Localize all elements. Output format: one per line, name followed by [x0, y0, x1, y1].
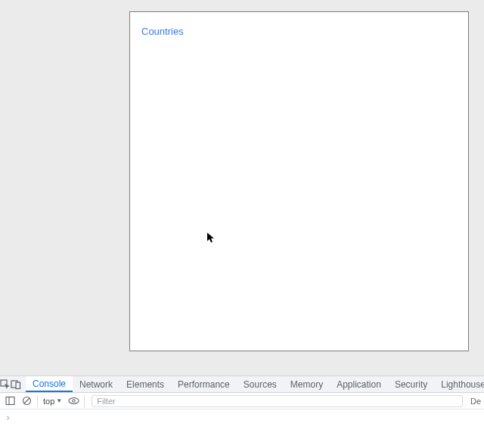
tab-performance[interactable]: Performance: [171, 376, 237, 392]
devtools-panel: Console Network Elements Performance Sou…: [0, 375, 484, 448]
svg-line-6: [24, 398, 29, 403]
log-level-cutoff[interactable]: De: [467, 397, 484, 406]
inspect-element-icon[interactable]: [0, 376, 11, 392]
svg-rect-3: [6, 397, 14, 405]
console-toolbar: top ▼ De: [0, 393, 484, 409]
separator: [37, 395, 38, 407]
svg-point-8: [72, 400, 75, 403]
console-output[interactable]: ›: [0, 409, 484, 447]
execution-context-select[interactable]: top ▼: [40, 397, 65, 406]
console-filter-input[interactable]: [92, 395, 463, 407]
execution-context-label: top: [43, 397, 54, 406]
console-prompt-caret-icon: ›: [5, 412, 11, 423]
live-expression-icon[interactable]: [65, 393, 82, 409]
svg-point-7: [69, 398, 79, 404]
tab-security[interactable]: Security: [388, 376, 434, 392]
devtools-tabs: Console Network Elements Performance Sou…: [0, 376, 484, 393]
svg-rect-2: [16, 382, 20, 389]
tab-console[interactable]: Console: [26, 376, 73, 392]
tab-application[interactable]: Application: [330, 376, 388, 392]
countries-link[interactable]: Countries: [141, 26, 184, 37]
device-toolbar-icon[interactable]: [11, 376, 21, 392]
page-viewport: Countries: [0, 0, 484, 375]
chevron-down-icon: ▼: [56, 397, 62, 404]
clear-console-icon[interactable]: [18, 393, 35, 409]
tab-sources[interactable]: Sources: [237, 376, 284, 392]
tab-elements[interactable]: Elements: [119, 376, 171, 392]
tab-memory[interactable]: Memory: [284, 376, 330, 392]
separator: [84, 395, 85, 407]
content-card: Countries: [129, 11, 469, 351]
tab-lighthouse[interactable]: Lighthouse: [434, 376, 484, 392]
toggle-sidebar-icon[interactable]: [2, 393, 18, 409]
tab-network[interactable]: Network: [73, 376, 119, 392]
